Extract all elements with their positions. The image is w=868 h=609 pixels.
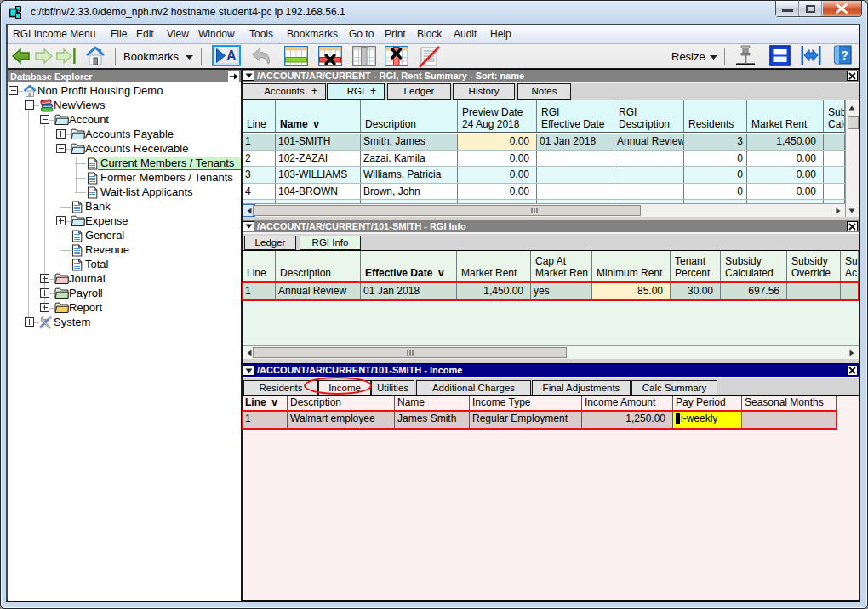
svg-text:?: ? [841, 48, 848, 62]
